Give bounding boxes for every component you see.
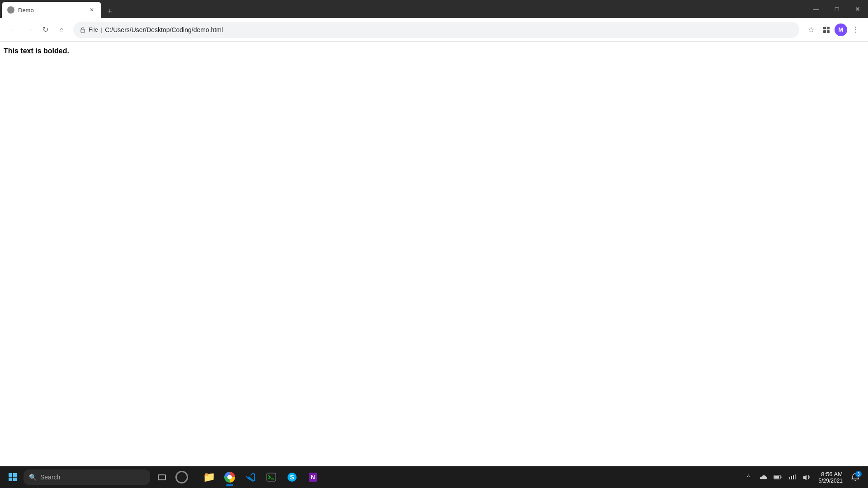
taskbar-search[interactable]: 🔍 Search	[24, 469, 150, 485]
svg-rect-7	[827, 30, 830, 33]
svg-rect-17	[789, 477, 790, 479]
search-label: Search	[40, 474, 60, 481]
svg-rect-18	[791, 476, 792, 479]
lock-icon	[80, 27, 86, 33]
taskbar-app-vscode[interactable]	[241, 467, 260, 487]
tab-title: Demo	[18, 7, 84, 14]
profile-avatar[interactable]: M	[835, 23, 847, 36]
show-hidden-icons-button[interactable]: ^	[742, 468, 755, 486]
new-tab-button[interactable]: +	[103, 5, 117, 18]
svg-rect-3	[81, 29, 85, 33]
taskbar-app-chrome[interactable]	[220, 467, 240, 487]
address-text: C:/Users/User/Desktop/Coding/demo.html	[105, 26, 793, 33]
home-button[interactable]: ⌂	[54, 23, 69, 37]
clock[interactable]: 8:56 AM 5/29/2021	[815, 468, 846, 486]
svg-text:N: N	[311, 474, 315, 480]
svg-text:S: S	[290, 474, 294, 481]
battery-icon[interactable]	[771, 468, 784, 486]
taskbar: 🔍 Search 📁	[0, 466, 868, 488]
tab-close-button[interactable]: ✕	[88, 6, 96, 14]
browser-window: Demo ✕ + — □ ✕ ← → ↻ ⌂ File | C:/Users/U…	[0, 0, 868, 488]
taskbar-app-onenote[interactable]: N	[303, 467, 323, 487]
notification-badge: 3	[855, 471, 862, 477]
search-icon: 🔍	[29, 474, 37, 481]
file-protocol-label: File	[89, 26, 98, 33]
volume-icon[interactable]	[800, 468, 813, 486]
chevron-up-icon: ^	[747, 474, 750, 481]
maximize-button[interactable]: □	[826, 0, 847, 18]
tabs-area: Demo ✕ +	[0, 0, 806, 18]
address-bar[interactable]: File | C:/Users/User/Desktop/Coding/demo…	[73, 22, 799, 38]
windows-logo-icon	[9, 473, 17, 481]
clock-date: 5/29/2021	[819, 478, 843, 484]
cortana-button[interactable]	[172, 467, 192, 487]
bookmark-button[interactable]: ☆	[804, 23, 818, 37]
svg-rect-8	[267, 473, 276, 481]
svg-rect-4	[823, 27, 826, 29]
network-icon[interactable]	[785, 468, 799, 486]
tab-favicon	[7, 6, 14, 14]
svg-rect-20	[795, 474, 796, 479]
bold-text: This text is bolded.	[4, 47, 69, 55]
svg-rect-6	[823, 30, 826, 33]
close-button[interactable]: ✕	[847, 0, 868, 18]
back-button[interactable]: ←	[5, 23, 20, 37]
browser-toolbar: ← → ↻ ⌂ File | C:/Users/User/Desktop/Cod…	[0, 18, 868, 42]
task-view-button[interactable]	[152, 467, 172, 487]
system-tray: ^	[742, 468, 813, 486]
svg-rect-5	[827, 27, 830, 29]
start-button[interactable]	[4, 468, 22, 486]
active-tab[interactable]: Demo ✕	[2, 2, 101, 18]
taskbar-apps: 📁	[199, 467, 323, 487]
clock-time: 8:56 AM	[821, 471, 843, 478]
skype-icon: S	[287, 472, 297, 483]
onedrive-icon[interactable]	[756, 468, 770, 486]
chrome-icon	[224, 472, 235, 483]
toolbar-actions: ☆ M ⋮	[804, 23, 863, 37]
svg-rect-19	[793, 475, 794, 479]
page-content: This text is bolded.	[0, 42, 868, 466]
forward-button[interactable]: →	[22, 23, 36, 37]
cortana-icon	[175, 471, 188, 483]
task-view-icon	[158, 474, 166, 480]
taskbar-app-terminal[interactable]	[261, 467, 281, 487]
notification-button[interactable]: 3	[848, 468, 863, 486]
terminal-icon	[266, 472, 277, 483]
svg-rect-15	[774, 476, 779, 479]
taskbar-right: ^	[742, 468, 864, 486]
vscode-icon	[245, 472, 256, 483]
extensions-button[interactable]	[819, 23, 834, 37]
taskbar-app-skype[interactable]: S	[282, 467, 302, 487]
window-controls: — □ ✕	[806, 0, 868, 18]
taskbar-app-file-explorer[interactable]: 📁	[199, 467, 219, 487]
file-explorer-icon: 📁	[203, 471, 215, 483]
address-separator: |	[101, 26, 102, 33]
svg-rect-16	[780, 476, 781, 478]
refresh-button[interactable]: ↻	[38, 23, 52, 37]
minimize-button[interactable]: —	[806, 0, 826, 18]
onenote-icon: N	[307, 472, 318, 483]
menu-button[interactable]: ⋮	[848, 23, 863, 37]
title-bar: Demo ✕ + — □ ✕	[0, 0, 868, 18]
